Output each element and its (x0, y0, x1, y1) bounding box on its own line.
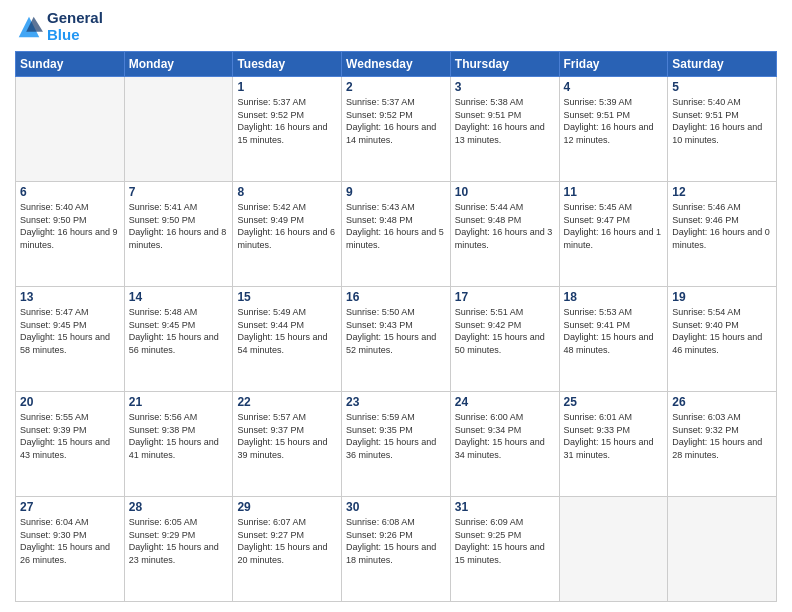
calendar-weekday-monday: Monday (124, 52, 233, 77)
calendar-cell: 5Sunrise: 5:40 AM Sunset: 9:51 PM Daylig… (668, 77, 777, 182)
calendar-cell: 18Sunrise: 5:53 AM Sunset: 9:41 PM Dayli… (559, 287, 668, 392)
day-info: Sunrise: 5:46 AM Sunset: 9:46 PM Dayligh… (672, 201, 772, 251)
calendar-cell: 6Sunrise: 5:40 AM Sunset: 9:50 PM Daylig… (16, 182, 125, 287)
calendar-cell: 30Sunrise: 6:08 AM Sunset: 9:26 PM Dayli… (342, 497, 451, 602)
day-info: Sunrise: 5:41 AM Sunset: 9:50 PM Dayligh… (129, 201, 229, 251)
calendar-week-4: 20Sunrise: 5:55 AM Sunset: 9:39 PM Dayli… (16, 392, 777, 497)
day-info: Sunrise: 6:07 AM Sunset: 9:27 PM Dayligh… (237, 516, 337, 566)
day-info: Sunrise: 5:54 AM Sunset: 9:40 PM Dayligh… (672, 306, 772, 356)
day-info: Sunrise: 6:00 AM Sunset: 9:34 PM Dayligh… (455, 411, 555, 461)
calendar-cell: 22Sunrise: 5:57 AM Sunset: 9:37 PM Dayli… (233, 392, 342, 497)
day-info: Sunrise: 5:48 AM Sunset: 9:45 PM Dayligh… (129, 306, 229, 356)
calendar-cell: 10Sunrise: 5:44 AM Sunset: 9:48 PM Dayli… (450, 182, 559, 287)
calendar-weekday-thursday: Thursday (450, 52, 559, 77)
day-info: Sunrise: 6:08 AM Sunset: 9:26 PM Dayligh… (346, 516, 446, 566)
calendar-week-3: 13Sunrise: 5:47 AM Sunset: 9:45 PM Dayli… (16, 287, 777, 392)
day-number: 26 (672, 395, 772, 409)
day-info: Sunrise: 5:37 AM Sunset: 9:52 PM Dayligh… (237, 96, 337, 146)
calendar-cell (668, 497, 777, 602)
day-number: 15 (237, 290, 337, 304)
calendar-header-row: SundayMondayTuesdayWednesdayThursdayFrid… (16, 52, 777, 77)
day-number: 10 (455, 185, 555, 199)
calendar-weekday-wednesday: Wednesday (342, 52, 451, 77)
day-number: 25 (564, 395, 664, 409)
day-info: Sunrise: 5:57 AM Sunset: 9:37 PM Dayligh… (237, 411, 337, 461)
day-number: 20 (20, 395, 120, 409)
day-number: 18 (564, 290, 664, 304)
day-number: 9 (346, 185, 446, 199)
day-info: Sunrise: 5:43 AM Sunset: 9:48 PM Dayligh… (346, 201, 446, 251)
logo-text: General Blue (47, 10, 103, 43)
day-info: Sunrise: 5:40 AM Sunset: 9:50 PM Dayligh… (20, 201, 120, 251)
calendar-cell: 20Sunrise: 5:55 AM Sunset: 9:39 PM Dayli… (16, 392, 125, 497)
calendar-cell: 9Sunrise: 5:43 AM Sunset: 9:48 PM Daylig… (342, 182, 451, 287)
calendar-cell: 2Sunrise: 5:37 AM Sunset: 9:52 PM Daylig… (342, 77, 451, 182)
calendar-cell (16, 77, 125, 182)
calendar-cell: 8Sunrise: 5:42 AM Sunset: 9:49 PM Daylig… (233, 182, 342, 287)
day-number: 6 (20, 185, 120, 199)
calendar-cell: 25Sunrise: 6:01 AM Sunset: 9:33 PM Dayli… (559, 392, 668, 497)
day-info: Sunrise: 6:09 AM Sunset: 9:25 PM Dayligh… (455, 516, 555, 566)
day-number: 24 (455, 395, 555, 409)
calendar-cell: 21Sunrise: 5:56 AM Sunset: 9:38 PM Dayli… (124, 392, 233, 497)
calendar-week-1: 1Sunrise: 5:37 AM Sunset: 9:52 PM Daylig… (16, 77, 777, 182)
calendar-cell: 14Sunrise: 5:48 AM Sunset: 9:45 PM Dayli… (124, 287, 233, 392)
day-number: 2 (346, 80, 446, 94)
day-number: 27 (20, 500, 120, 514)
calendar-cell: 12Sunrise: 5:46 AM Sunset: 9:46 PM Dayli… (668, 182, 777, 287)
calendar-cell: 27Sunrise: 6:04 AM Sunset: 9:30 PM Dayli… (16, 497, 125, 602)
calendar-table: SundayMondayTuesdayWednesdayThursdayFrid… (15, 51, 777, 602)
day-number: 22 (237, 395, 337, 409)
calendar-weekday-tuesday: Tuesday (233, 52, 342, 77)
day-number: 16 (346, 290, 446, 304)
day-info: Sunrise: 5:50 AM Sunset: 9:43 PM Dayligh… (346, 306, 446, 356)
day-info: Sunrise: 5:49 AM Sunset: 9:44 PM Dayligh… (237, 306, 337, 356)
day-number: 28 (129, 500, 229, 514)
day-number: 14 (129, 290, 229, 304)
calendar-cell: 16Sunrise: 5:50 AM Sunset: 9:43 PM Dayli… (342, 287, 451, 392)
calendar-cell: 17Sunrise: 5:51 AM Sunset: 9:42 PM Dayli… (450, 287, 559, 392)
day-info: Sunrise: 5:45 AM Sunset: 9:47 PM Dayligh… (564, 201, 664, 251)
day-info: Sunrise: 5:53 AM Sunset: 9:41 PM Dayligh… (564, 306, 664, 356)
calendar-weekday-saturday: Saturday (668, 52, 777, 77)
day-number: 19 (672, 290, 772, 304)
calendar-weekday-friday: Friday (559, 52, 668, 77)
day-info: Sunrise: 5:55 AM Sunset: 9:39 PM Dayligh… (20, 411, 120, 461)
calendar-cell: 19Sunrise: 5:54 AM Sunset: 9:40 PM Dayli… (668, 287, 777, 392)
day-number: 21 (129, 395, 229, 409)
day-number: 4 (564, 80, 664, 94)
calendar-cell: 4Sunrise: 5:39 AM Sunset: 9:51 PM Daylig… (559, 77, 668, 182)
calendar-weekday-sunday: Sunday (16, 52, 125, 77)
day-info: Sunrise: 5:39 AM Sunset: 9:51 PM Dayligh… (564, 96, 664, 146)
calendar-cell (124, 77, 233, 182)
day-number: 12 (672, 185, 772, 199)
header: General Blue (15, 10, 777, 43)
calendar-cell: 11Sunrise: 5:45 AM Sunset: 9:47 PM Dayli… (559, 182, 668, 287)
day-info: Sunrise: 5:44 AM Sunset: 9:48 PM Dayligh… (455, 201, 555, 251)
calendar-cell: 23Sunrise: 5:59 AM Sunset: 9:35 PM Dayli… (342, 392, 451, 497)
calendar-cell: 13Sunrise: 5:47 AM Sunset: 9:45 PM Dayli… (16, 287, 125, 392)
day-number: 3 (455, 80, 555, 94)
calendar-week-5: 27Sunrise: 6:04 AM Sunset: 9:30 PM Dayli… (16, 497, 777, 602)
day-info: Sunrise: 5:47 AM Sunset: 9:45 PM Dayligh… (20, 306, 120, 356)
day-info: Sunrise: 5:51 AM Sunset: 9:42 PM Dayligh… (455, 306, 555, 356)
calendar-cell: 28Sunrise: 6:05 AM Sunset: 9:29 PM Dayli… (124, 497, 233, 602)
day-number: 17 (455, 290, 555, 304)
day-number: 5 (672, 80, 772, 94)
day-number: 1 (237, 80, 337, 94)
day-info: Sunrise: 5:59 AM Sunset: 9:35 PM Dayligh… (346, 411, 446, 461)
day-number: 7 (129, 185, 229, 199)
page: General Blue SundayMondayTuesdayWednesda… (0, 0, 792, 612)
day-number: 29 (237, 500, 337, 514)
day-info: Sunrise: 6:04 AM Sunset: 9:30 PM Dayligh… (20, 516, 120, 566)
day-info: Sunrise: 6:01 AM Sunset: 9:33 PM Dayligh… (564, 411, 664, 461)
calendar-cell: 31Sunrise: 6:09 AM Sunset: 9:25 PM Dayli… (450, 497, 559, 602)
day-number: 8 (237, 185, 337, 199)
calendar-cell: 1Sunrise: 5:37 AM Sunset: 9:52 PM Daylig… (233, 77, 342, 182)
calendar-cell (559, 497, 668, 602)
calendar-cell: 29Sunrise: 6:07 AM Sunset: 9:27 PM Dayli… (233, 497, 342, 602)
day-info: Sunrise: 6:05 AM Sunset: 9:29 PM Dayligh… (129, 516, 229, 566)
calendar-cell: 26Sunrise: 6:03 AM Sunset: 9:32 PM Dayli… (668, 392, 777, 497)
day-number: 11 (564, 185, 664, 199)
day-info: Sunrise: 5:38 AM Sunset: 9:51 PM Dayligh… (455, 96, 555, 146)
